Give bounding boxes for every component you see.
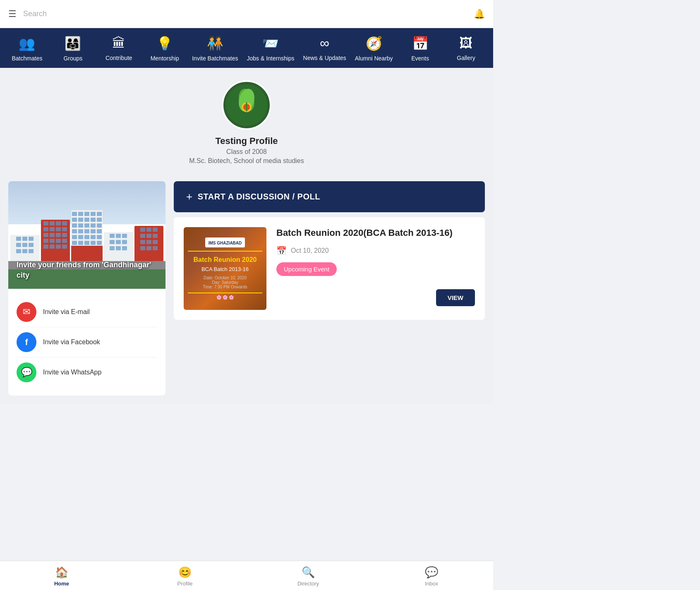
jobs-icon: 📨 [262,36,279,51]
invite-overlay-text: Invite your friends from 'Gandhinagar' c… [17,260,165,281]
event-image: IMS GHAZIABAD Batch Reunion 2020 BCA Bat… [184,227,266,310]
bell-icon[interactable]: 🔔 [474,9,485,19]
event-img-details: Date: October 10, 2020Day: SaturdayTime:… [203,276,247,289]
college-photo: Invite your friends from 'Gandhinagar' c… [8,181,165,289]
search-input[interactable]: Search [23,10,474,18]
nav-label-contribute: Contribute [105,54,132,62]
profile-class: Class of 2008 [226,148,267,156]
nav-label-batchmates: Batchmates [12,55,43,62]
invite-email-option[interactable]: ✉ Invite via E-mail [17,297,157,327]
gallery-icon: 🖼 [459,36,472,51]
nav-label-invite-batchmates: Invite Batchmates [192,55,238,62]
nav-item-contribute[interactable]: 🏛 Contribute [100,36,137,62]
groups-icon: 👨‍👩‍👧 [65,36,81,51]
alumni-nearby-icon: 🧭 [366,36,382,51]
top-bar: ☰ Search 🔔 [0,0,493,28]
avatar-image [226,84,267,126]
nav-label-alumni-nearby: Alumni Nearby [355,55,393,62]
nav-item-invite-batchmates[interactable]: 🧑‍🤝‍🧑 Invite Batchmates [192,36,238,62]
right-panel: + START A DISCUSSION / POLL IMS GHAZIABA… [174,181,485,320]
event-date: 📅 Oct 10, 2020 [276,246,475,256]
mentorship-icon: 💡 [156,36,173,51]
nav-item-batchmates[interactable]: 👥 Batchmates [8,36,46,62]
batchmates-icon: 👥 [19,36,35,51]
view-event-button[interactable]: VIEW [436,289,475,306]
event-details: Batch Reunion 2020(BCA Batch 2013-16) 📅 … [276,227,475,306]
ims-label: IMS GHAZIABAD [209,241,242,245]
nav-item-groups[interactable]: 👨‍👩‍👧 Groups [54,36,91,62]
profile-section: Testing Profile Class of 2008 M.Sc. Biot… [0,68,493,173]
invite-batchmates-icon: 🧑‍🤝‍🧑 [207,36,223,51]
nav-item-alumni-nearby[interactable]: 🧭 Alumni Nearby [355,36,393,62]
invite-whatsapp-label: Invite via WhatsApp [43,369,101,376]
nav-label-jobs: Jobs & Internships [247,55,294,62]
invite-email-label: Invite via E-mail [43,308,90,316]
invite-facebook-label: Invite via Facebook [43,338,100,346]
nav-item-gallery[interactable]: 🖼 Gallery [447,36,484,62]
event-img-footer: 🌸 🌸 🌸 [216,295,234,300]
event-title: Batch Reunion 2020(BCA Batch 2013-16) [276,227,475,239]
nav-label-mentorship: Mentorship [151,55,179,62]
nav-label-news: News & Updates [303,54,346,62]
event-date-text: Oct 10, 2020 [291,247,329,254]
divider2 [188,293,262,293]
nav-item-mentorship[interactable]: 💡 Mentorship [146,36,183,62]
hamburger-icon[interactable]: ☰ [8,9,17,19]
event-img-title: Batch Reunion 2020 [194,256,257,264]
nav-item-jobs-internships[interactable]: 📨 Jobs & Internships [247,36,294,62]
invite-options: ✉ Invite via E-mail f Invite via Faceboo… [8,289,165,396]
nav-label-events: Events [411,55,429,62]
event-img-subtitle: BCA Batch 2013-16 [201,266,249,272]
events-icon: 📅 [412,36,429,51]
whatsapp-icon: 💬 [17,362,36,382]
plus-icon: + [186,190,193,203]
nav-bar: 👥 Batchmates 👨‍👩‍👧 Groups 🏛 Contribute 💡… [0,28,493,68]
profile-department: M.Sc. Biotech, School of media studies [189,157,304,165]
facebook-icon: f [17,332,36,352]
nav-label-groups: Groups [63,55,82,62]
main-content: Invite your friends from 'Gandhinagar' c… [0,173,493,404]
event-image-inner: IMS GHAZIABAD Batch Reunion 2020 BCA Bat… [184,227,266,310]
event-card: IMS GHAZIABAD Batch Reunion 2020 BCA Bat… [174,217,485,320]
left-panel: Invite your friends from 'Gandhinagar' c… [8,181,165,396]
profile-name: Testing Profile [215,136,278,146]
contribute-icon: 🏛 [112,36,125,51]
start-discussion-button[interactable]: + START A DISCUSSION / POLL [174,181,485,212]
nav-item-news-updates[interactable]: ∞ News & Updates [303,36,346,62]
avatar [222,80,271,130]
divider [188,251,262,252]
event-badge: Upcoming Event [276,262,337,276]
invite-facebook-option[interactable]: f Invite via Facebook [17,327,157,357]
discussion-label: START A DISCUSSION / POLL [198,192,320,201]
nav-label-gallery: Gallery [457,54,475,62]
calendar-icon: 📅 [276,246,287,256]
news-icon: ∞ [320,36,329,51]
nav-item-events[interactable]: 📅 Events [402,36,439,62]
ims-badge: IMS GHAZIABAD [205,237,245,247]
invite-whatsapp-option[interactable]: 💬 Invite via WhatsApp [17,357,157,387]
email-icon: ✉ [17,302,36,322]
